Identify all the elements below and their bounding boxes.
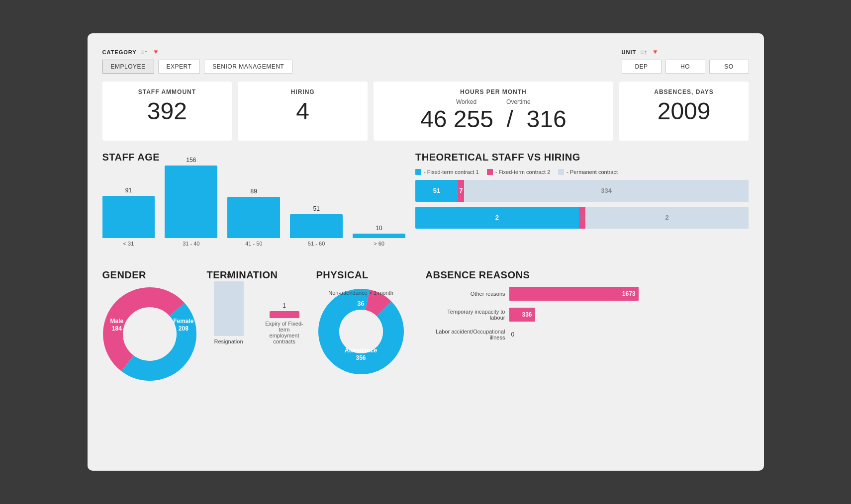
absence-label: Labor accident/Occupational illness xyxy=(426,329,505,340)
dashboard: CATEGORY ≡↑ 🔻 EMPLOYEE EXPERT SENIOR MAN… xyxy=(88,33,764,471)
nonattendance-label: Non-attendance > 1 month xyxy=(328,290,393,296)
kpi-hours-title: HOURS PER MONTH xyxy=(383,88,603,95)
category-btn-employee[interactable]: EMPLOYEE xyxy=(102,60,154,74)
unit-sort-icon[interactable]: ≡↑ xyxy=(640,48,647,56)
gender-donut-hole xyxy=(123,307,177,361)
unit-btn-ho[interactable]: HO xyxy=(665,60,705,74)
absence-bar-value: 336 xyxy=(522,311,532,318)
stacked-bar-row: 517334 xyxy=(415,180,749,202)
category-filter-buttons: EMPLOYEE EXPERT SENIOR MANAGEMENT xyxy=(102,60,293,74)
theoretical-title: THEORETICAL STAFF VS HIRING xyxy=(415,152,749,163)
stacked-bar-row: 202 xyxy=(415,207,749,229)
legend-color xyxy=(415,169,421,175)
header-row: CATEGORY ≡↑ 🔻 EMPLOYEE EXPERT SENIOR MAN… xyxy=(102,48,749,74)
stacked-segment: 7 xyxy=(458,180,464,202)
age-bar xyxy=(102,196,155,238)
age-bar-top-label: 156 xyxy=(186,157,196,164)
kpi-hours: HOURS PER MONTH Worked Overtime 46 255 /… xyxy=(374,82,613,141)
legend-color xyxy=(558,169,564,175)
stacked-bars: 517334202 xyxy=(415,180,749,229)
gender-donut-wrapper: Male184 Female208 xyxy=(102,287,197,381)
age-bar-top-label: 51 xyxy=(313,205,319,212)
kpi-overtime-label: Overtime xyxy=(506,98,531,105)
absence-bar-row: Temporary incapacity to labour 336 xyxy=(426,308,749,322)
term-bar-group: 1 Expiry of Fixed-term employment contra… xyxy=(263,302,306,344)
absence-reasons-section: ABSENCE REASONS Other reasons 1673 Tempo… xyxy=(426,269,749,347)
stacked-segment: 51 xyxy=(415,180,458,202)
filter-sort-icon[interactable]: ≡↑ xyxy=(141,48,148,56)
category-label: CATEGORY xyxy=(102,49,137,55)
theoretical-legend: - Fixed-term contract 1- Fixed-term cont… xyxy=(415,169,749,175)
theoretical-staff-section: THEORETICAL STAFF VS HIRING - Fixed-term… xyxy=(415,152,749,258)
age-bar-bottom-label: 31 - 40 xyxy=(183,241,199,247)
absence-zero-value: 0 xyxy=(511,331,515,338)
staff-age-title: STAFF AGE xyxy=(102,152,406,163)
term-bar-top-label: 1 xyxy=(283,302,286,309)
term-bar-bottom-label: Expiry of Fixed-term employment contract… xyxy=(263,321,306,344)
unit-filter-buttons: DEP HO SO xyxy=(622,60,749,74)
gender-donut-svg xyxy=(102,287,197,381)
legend-item: - Fixed-term contract 1 xyxy=(415,169,479,175)
physical-section: PHYSICAL Non-attendance > 1 month 36 Att… xyxy=(316,269,416,376)
unit-filter-group: UNIT ≡↑ 🔻 DEP HO SO xyxy=(622,48,749,74)
absence-bar-fill: 1673 xyxy=(509,287,639,301)
age-bar-bottom-label: > 60 xyxy=(374,241,384,247)
legend-label: - Fixed-term contract 1 xyxy=(424,169,479,175)
age-bar-top-label: 91 xyxy=(125,187,132,194)
nonattendance-value: 36 xyxy=(357,300,364,307)
absence-label: Temporary incapacity to labour xyxy=(426,309,505,321)
category-btn-senior[interactable]: SENIOR MANAGEMENT xyxy=(204,60,292,74)
kpi-absences-title: ABSENCES, DAYS xyxy=(629,88,739,95)
age-bar-group: 156 31 - 40 xyxy=(165,157,217,247)
absence-bar-row: Labor accident/Occupational illness 0 xyxy=(426,329,749,340)
category-btn-expert[interactable]: EXPERT xyxy=(158,60,200,74)
kpi-hours-values: 46 255 / 316 xyxy=(420,106,567,133)
term-bar xyxy=(214,281,244,336)
kpi-staff-amount: STAFF AMMOUNT 392 xyxy=(102,82,232,141)
kpi-staff-title: STAFF AMMOUNT xyxy=(112,88,222,95)
unit-btn-so[interactable]: SO xyxy=(709,60,749,74)
term-bar-bottom-label: Resignation xyxy=(214,338,243,344)
unit-filter-icon[interactable]: 🔻 xyxy=(651,48,659,56)
age-bar xyxy=(227,197,280,238)
age-bar xyxy=(353,234,405,238)
age-bar-bottom-label: < 31 xyxy=(123,241,134,247)
physical-title: PHYSICAL xyxy=(316,269,416,281)
stacked-segment: 2 xyxy=(585,207,749,229)
kpi-hiring: HIRING 4 xyxy=(238,82,368,141)
kpi-hiring-title: HIRING xyxy=(248,88,358,95)
gender-title: GENDER xyxy=(102,269,197,281)
absence-label: Other reasons xyxy=(426,291,505,297)
age-bar-group: 51 51 - 60 xyxy=(290,205,343,247)
kpi-hiring-value: 4 xyxy=(248,98,358,125)
legend-item: - Fixed-term contract 2 xyxy=(487,169,551,175)
kpi-staff-value: 392 xyxy=(112,98,222,125)
age-bar xyxy=(165,166,217,238)
stacked-segment: 2 xyxy=(415,207,579,229)
unit-btn-dep[interactable]: DEP xyxy=(622,60,662,74)
gender-section: GENDER Male184 Female208 xyxy=(102,269,197,381)
age-bar-group: 10 > 60 xyxy=(353,225,405,247)
kpi-hours-content: Worked Overtime 46 255 / 316 xyxy=(383,98,603,133)
legend-item: - Permanent contract xyxy=(558,169,618,175)
filter-clear-icon[interactable]: 🔻 xyxy=(152,48,160,56)
middle-row: STAFF AGE 91 < 31 156 31 - 40 89 41 - 50… xyxy=(102,152,749,258)
kpi-absences: ABSENCES, DAYS 2009 xyxy=(619,82,749,141)
staff-age-section: STAFF AGE 91 < 31 156 31 - 40 89 41 - 50… xyxy=(102,152,406,258)
age-bar-top-label: 89 xyxy=(251,188,257,195)
physical-donut-wrapper: Non-attendance > 1 month 36 Attendance35… xyxy=(316,287,406,376)
termination-chart: 8 Resignation 1 Expiry of Fixed-term emp… xyxy=(207,287,306,356)
age-bar-bottom-label: 41 - 50 xyxy=(245,241,262,247)
stacked-segment: 334 xyxy=(464,180,749,202)
gender-male-label: Male184 xyxy=(110,318,124,333)
absence-bar-fill: 336 xyxy=(509,308,535,322)
staff-age-chart: 91 < 31 156 31 - 40 89 41 - 50 51 51 - 6… xyxy=(102,169,406,258)
age-bar-group: 91 < 31 xyxy=(102,187,155,247)
kpi-row: STAFF AMMOUNT 392 HIRING 4 HOURS PER MON… xyxy=(102,82,749,141)
term-bar xyxy=(270,311,299,318)
term-bar-group: 8 Resignation xyxy=(207,272,251,344)
legend-label: - Permanent contract xyxy=(567,169,618,175)
kpi-absences-value: 2009 xyxy=(629,98,739,125)
attendance-label-value: Attendance356 xyxy=(345,347,377,362)
age-bar-group: 89 41 - 50 xyxy=(227,188,280,247)
